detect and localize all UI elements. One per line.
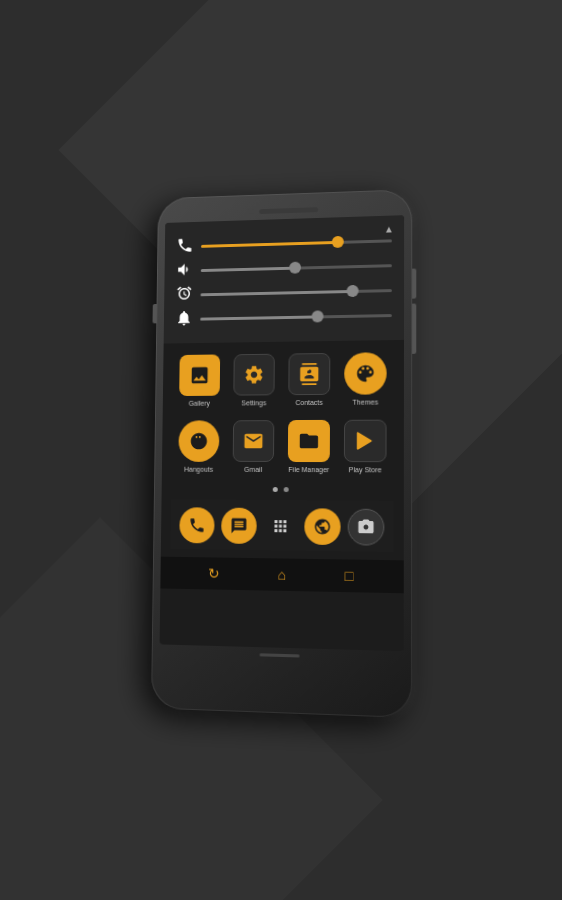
- slider-row-bell: [175, 305, 392, 329]
- slider-row-alarm: [176, 280, 392, 304]
- settings-icon: [233, 354, 274, 396]
- collapse-button[interactable]: ▲: [384, 223, 394, 234]
- call-slider-track[interactable]: [201, 239, 392, 247]
- nav-back-icon[interactable]: ↻: [208, 565, 220, 581]
- playstore-icon: [344, 420, 387, 463]
- alarm-slider-track[interactable]: [201, 289, 392, 296]
- app-gallery[interactable]: Gallery: [175, 354, 224, 406]
- phone-top: [165, 203, 404, 217]
- filemanager-icon: [288, 420, 330, 462]
- slider-panel: ▲: [164, 215, 404, 343]
- alarm-slider-fill: [201, 289, 353, 295]
- settings-label: Settings: [241, 399, 266, 406]
- screen: ▲: [160, 215, 405, 651]
- call-icon: [176, 236, 193, 256]
- filemanager-label: File Manager: [288, 466, 329, 473]
- camera-dot: [248, 208, 254, 214]
- page-dots: [171, 486, 393, 492]
- phone-body: ▲: [151, 189, 412, 718]
- dock-chat[interactable]: [221, 508, 257, 544]
- dock: [171, 499, 394, 552]
- app-hangouts[interactable]: Hangouts: [174, 420, 223, 472]
- nav-bar: ↻ ⌂ □: [160, 557, 403, 594]
- app-contacts[interactable]: Contacts: [284, 353, 334, 406]
- nav-recents-icon[interactable]: □: [345, 568, 354, 584]
- bell-slider-thumb: [312, 310, 324, 322]
- volume-slider-track[interactable]: [201, 264, 392, 272]
- volume-icon: [176, 261, 193, 281]
- alarm-icon: [176, 285, 193, 305]
- dock-phone[interactable]: [179, 507, 214, 543]
- phone-bottom: [159, 650, 403, 660]
- speaker: [259, 207, 318, 214]
- hangouts-icon: [178, 420, 219, 462]
- contacts-label: Contacts: [295, 399, 323, 406]
- bell-slider-fill: [200, 315, 318, 320]
- app-row-2: Hangouts Gmail File Manager: [171, 420, 393, 474]
- slider-row-call: [176, 230, 392, 256]
- bell-icon: [175, 309, 192, 329]
- themes-label: Themes: [353, 399, 379, 406]
- bottom-bar: [260, 653, 300, 657]
- dock-globe[interactable]: [305, 508, 341, 545]
- slider-row-volume: [176, 255, 392, 280]
- bell-slider-track[interactable]: [200, 314, 392, 321]
- dot-1: [273, 487, 278, 492]
- app-grid: Gallery Settings Contacts: [161, 340, 404, 560]
- contacts-icon: [288, 353, 330, 395]
- app-row-1: Gallery Settings Contacts: [172, 352, 393, 407]
- phone-wrapper: ▲: [151, 189, 412, 718]
- playstore-label: Play Store: [349, 466, 382, 473]
- themes-icon: [344, 352, 387, 395]
- gmail-icon: [233, 420, 275, 462]
- call-slider-thumb: [331, 236, 343, 248]
- call-slider-fill: [201, 240, 337, 247]
- gallery-icon: [179, 354, 220, 396]
- nav-home-icon[interactable]: ⌂: [278, 567, 287, 583]
- hangouts-label: Hangouts: [184, 466, 213, 473]
- alarm-slider-thumb: [347, 285, 359, 297]
- app-gmail[interactable]: Gmail: [229, 420, 279, 473]
- volume-slider-thumb: [289, 262, 301, 274]
- gallery-label: Gallery: [189, 400, 210, 407]
- dock-camera[interactable]: [347, 509, 384, 546]
- gmail-label: Gmail: [244, 466, 262, 473]
- app-filemanager[interactable]: File Manager: [284, 420, 334, 473]
- app-settings[interactable]: Settings: [229, 354, 278, 407]
- dock-grid[interactable]: [262, 508, 298, 545]
- app-themes[interactable]: Themes: [340, 352, 391, 406]
- dot-2: [284, 487, 289, 492]
- app-playstore[interactable]: Play Store: [340, 420, 391, 474]
- volume-slider-fill: [201, 266, 295, 271]
